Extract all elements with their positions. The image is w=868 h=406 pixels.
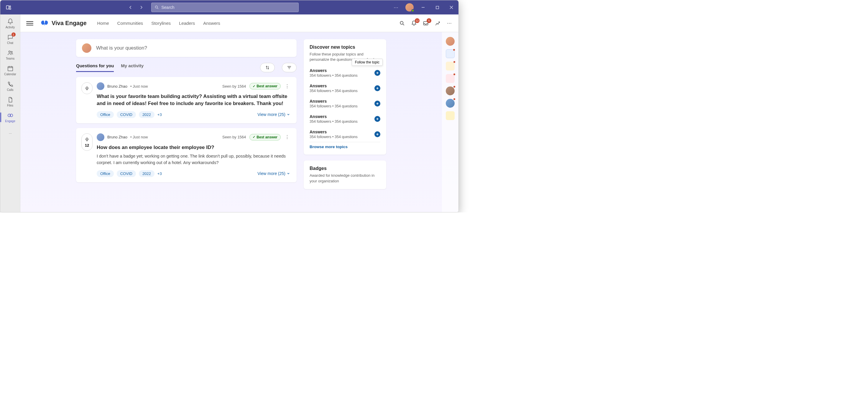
rail-chat[interactable]: 1 Chat bbox=[1, 32, 19, 46]
topic-name[interactable]: Answers bbox=[310, 84, 374, 88]
people-rail-avatar[interactable] bbox=[446, 99, 455, 108]
nav-home[interactable]: Home bbox=[97, 21, 109, 26]
topic-meta: 354 followers • 354 questions bbox=[310, 119, 374, 124]
header-more[interactable]: ⋯ bbox=[446, 20, 453, 27]
badges-subtitle: Awarded for knowledge contribution in yo… bbox=[310, 173, 380, 183]
follow-topic-button[interactable]: + bbox=[374, 116, 380, 122]
back-button[interactable] bbox=[126, 3, 135, 11]
rail-activity[interactable]: Activity bbox=[1, 16, 19, 31]
upvote-button[interactable] bbox=[84, 137, 90, 142]
author-name[interactable]: Bruno Zhao bbox=[107, 84, 127, 88]
people-rail-app[interactable] bbox=[446, 74, 455, 83]
follow-topic-button[interactable]: + bbox=[374, 70, 380, 76]
best-answer-badge: Best answer bbox=[249, 134, 281, 140]
author-avatar[interactable] bbox=[97, 82, 104, 90]
author-avatar[interactable] bbox=[97, 134, 104, 141]
nav-communities[interactable]: Communities bbox=[117, 21, 143, 26]
maximize-button[interactable] bbox=[433, 3, 442, 12]
question-body: I don't have a badge yet; working on get… bbox=[97, 153, 290, 166]
seen-count: Seen by 1564 bbox=[222, 84, 246, 88]
view-more-link[interactable]: View more (25) bbox=[257, 112, 290, 117]
header-notifications[interactable]: 12 bbox=[411, 20, 417, 27]
question-card: 12 Bruno Zhao • Just now Seen by 1564 B bbox=[76, 128, 297, 182]
topic-meta: 354 followers • 354 questions bbox=[310, 135, 374, 139]
nav-leaders[interactable]: Leaders bbox=[179, 21, 195, 26]
topic-row: Answers 354 followers • 354 questions + bbox=[310, 126, 380, 142]
question-title[interactable]: What is your favorite team building acti… bbox=[97, 93, 290, 107]
sort-button[interactable] bbox=[260, 63, 275, 72]
topic-row: Follow the topic Answers 354 followers •… bbox=[310, 65, 380, 81]
current-user-avatar[interactable] bbox=[405, 3, 414, 11]
question-card: Bruno Zhao • Just now Seen by 1564 Best … bbox=[76, 77, 297, 123]
follow-topic-button[interactable]: + bbox=[374, 131, 380, 137]
user-avatar bbox=[82, 44, 91, 53]
more-icon: ⋯ bbox=[7, 130, 14, 137]
topic-tag[interactable]: COVID bbox=[117, 111, 136, 118]
topic-name[interactable]: Answers bbox=[310, 129, 374, 134]
follow-topic-button[interactable]: + bbox=[374, 100, 380, 107]
topic-tag[interactable]: 2022 bbox=[139, 170, 154, 177]
topic-name[interactable]: Answers bbox=[310, 99, 374, 104]
topic-row: Answers 354 followers • 354 questions + bbox=[310, 111, 380, 126]
header-analytics-icon[interactable] bbox=[434, 20, 441, 27]
more-tags[interactable]: +3 bbox=[157, 112, 162, 117]
question-title[interactable]: How does an employee locate their employ… bbox=[97, 144, 290, 151]
rail-calls[interactable]: Calls bbox=[1, 79, 19, 93]
people-rail-app[interactable] bbox=[446, 49, 455, 58]
file-icon bbox=[7, 96, 14, 103]
rail-files[interactable]: Files bbox=[1, 94, 19, 109]
tab-my-activity[interactable]: My activity bbox=[121, 63, 144, 72]
more-options[interactable]: ⋯ bbox=[391, 3, 401, 12]
topic-row: Answers 354 followers • 354 questions + bbox=[310, 96, 380, 111]
header-search-icon[interactable] bbox=[399, 20, 405, 27]
people-rail-app[interactable] bbox=[446, 62, 455, 70]
people-rail-avatar[interactable] bbox=[446, 86, 455, 95]
svg-point-2 bbox=[155, 6, 158, 8]
view-more-link[interactable]: View more (25) bbox=[257, 171, 290, 176]
topic-meta: 354 followers • 354 questions bbox=[310, 104, 374, 108]
topic-name[interactable]: Answers bbox=[310, 68, 374, 73]
app-header: Viva Engage Home Communities Storylines … bbox=[20, 14, 459, 32]
people-rail-avatar[interactable] bbox=[446, 37, 455, 46]
filter-button[interactable] bbox=[282, 63, 297, 72]
unread-dot-icon bbox=[453, 86, 456, 88]
nav-answers[interactable]: Answers bbox=[203, 21, 220, 26]
global-search[interactable] bbox=[151, 3, 299, 12]
nav-storylines[interactable]: Storylines bbox=[151, 21, 171, 26]
hamburger-menu[interactable] bbox=[26, 20, 33, 27]
rail-teams[interactable]: Teams bbox=[1, 48, 19, 62]
more-tags[interactable]: +3 bbox=[157, 171, 162, 176]
topic-tag[interactable]: 2022 bbox=[139, 111, 154, 118]
rail-more[interactable]: ⋯ bbox=[1, 128, 19, 139]
bell-icon bbox=[7, 18, 14, 25]
phone-icon bbox=[7, 81, 14, 88]
rail-calendar[interactable]: Calendar bbox=[1, 63, 19, 78]
tab-questions-for-you[interactable]: Questions for you bbox=[76, 63, 114, 72]
discover-title: Discover new topics bbox=[310, 45, 380, 50]
question-composer[interactable]: What is your question? bbox=[76, 39, 297, 57]
brand-name: Viva Engage bbox=[52, 20, 87, 27]
rail-engage[interactable]: Engage bbox=[1, 110, 19, 124]
topic-tag[interactable]: Office bbox=[97, 111, 114, 118]
author-name[interactable]: Bruno Zhao bbox=[107, 135, 127, 139]
close-button[interactable] bbox=[447, 3, 456, 12]
calendar-icon bbox=[7, 65, 14, 72]
search-input[interactable] bbox=[161, 5, 296, 10]
seen-count: Seen by 1564 bbox=[222, 135, 246, 139]
follow-topic-button[interactable]: + bbox=[374, 85, 380, 91]
minimize-button[interactable] bbox=[418, 3, 428, 12]
topic-tag[interactable]: COVID bbox=[117, 170, 136, 177]
topic-name[interactable]: Answers bbox=[310, 114, 374, 119]
card-overflow-menu[interactable]: ⋮ bbox=[284, 134, 290, 140]
unread-dot-icon bbox=[453, 98, 456, 100]
browse-more-topics-link[interactable]: Browse more topics bbox=[310, 145, 348, 149]
people-rail-app[interactable] bbox=[446, 111, 455, 120]
post-time: • Just now bbox=[130, 135, 148, 139]
rail-label: Engage bbox=[5, 119, 15, 123]
header-inbox[interactable]: 5 bbox=[423, 20, 429, 27]
forward-button[interactable] bbox=[137, 3, 145, 11]
upvote-button[interactable] bbox=[84, 86, 90, 91]
card-overflow-menu[interactable]: ⋮ bbox=[284, 84, 290, 89]
topic-tag[interactable]: Office bbox=[97, 170, 114, 177]
svg-point-9 bbox=[400, 21, 403, 24]
